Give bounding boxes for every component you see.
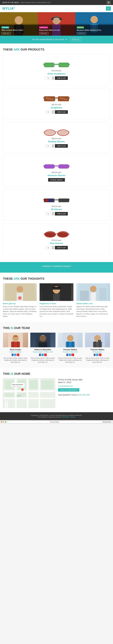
svg-point-63 (17, 286, 23, 292)
reading-glasses-price: $49.00 each (52, 138, 61, 140)
svg-rect-106 (30, 380, 38, 389)
nice-glasses-qty-up[interactable]: ▲ (52, 246, 54, 248)
sunglasses-add-to-cart[interactable]: Add to cart (55, 110, 68, 114)
team-section: THIS IS OUR TEAM Rose Austin Fashion & S… (0, 322, 113, 368)
green-sunglasses-qty-up[interactable]: ▲ (52, 76, 54, 78)
newsletter-bar: Get new content directly in your email! … (0, 36, 113, 44)
newsletter-signup-link[interactable]: ✉ Sign Up (70, 38, 81, 41)
sunglasses-qty-down[interactable]: ▼ (52, 112, 54, 114)
rebecca-twitter[interactable]: y (42, 354, 44, 356)
footer: Copyright © 2018 Wylia 2 Joomla Template… (0, 412, 113, 420)
thomas1-facebook[interactable]: f (66, 354, 68, 356)
svg-point-11 (59, 18, 62, 20)
thomas1-youtube[interactable]: ▶ (71, 354, 74, 356)
sports-overlay: SPORTS Become a Better Version of You Re… (75, 25, 113, 36)
3d-glasses-qty-down[interactable]: ▼ (52, 214, 54, 216)
3d-glasses-price: $39.00 each (52, 205, 61, 208)
svg-point-57 (45, 232, 55, 237)
svg-rect-108 (5, 393, 14, 396)
thought-happiness-text: Fusce elementum finibus scelerisque. Int… (40, 305, 73, 318)
thomas2-avatar (85, 333, 110, 347)
svg-rect-31 (69, 98, 70, 98)
footer-license-link[interactable]: GNU/GPL License (62, 416, 75, 418)
sports-read-more[interactable]: Read more (77, 32, 86, 34)
green-sunglasses-add-to-cart[interactable]: Add to cart (55, 76, 68, 80)
sunglasses-controls: ▲ ▼ Add to cart (45, 110, 68, 114)
nice-glasses-qty-down[interactable]: ▼ (52, 248, 54, 250)
thomas2-youtube[interactable]: ▶ (99, 354, 101, 356)
thoughts-title-prefix: THESE (3, 277, 14, 280)
green-sunglasses-price: $79.00 each (52, 70, 61, 72)
green-sunglasses-image (43, 60, 70, 70)
email-icon2: ✉ (58, 385, 60, 387)
hero-lifestyle: LIFESTYLE Enjoy Every Silence in Life Re… (38, 12, 75, 36)
svg-point-2 (15, 16, 23, 24)
3d-glasses-add-to-cart[interactable]: Add to cart (55, 212, 68, 216)
rebecca-name: Rebecca Beaudins (30, 348, 55, 351)
sports-title: Become a Better Version of You (77, 29, 111, 31)
green-sunglasses-qty-down[interactable]: ▼ (52, 78, 54, 80)
nice-glasses-qty[interactable] (45, 246, 51, 249)
cheaper-text: Looking for something cheaper? (42, 265, 71, 267)
rebecca-facebook[interactable]: f (39, 354, 41, 356)
home-address: PO Box 02-5339, Section 4856 Miami FL, 3… (58, 378, 110, 384)
awesome-glasses-choose-options[interactable]: Choose options (48, 178, 65, 182)
awesome-glasses-controls: Choose options (48, 178, 65, 182)
3d-glasses-spinners: ▲ ▼ (52, 212, 54, 216)
svg-rect-53 (55, 200, 58, 200)
reading-glasses-qty-down[interactable]: ▼ (52, 146, 54, 148)
svg-rect-29 (55, 98, 58, 98)
reading-glasses-add-to-cart[interactable]: Add to cart (55, 144, 68, 148)
fashion-read-more[interactable]: Read more (2, 32, 11, 34)
reading-glasses-qty[interactable] (45, 144, 51, 148)
svg-rect-85 (40, 336, 46, 343)
sunglasses-qty[interactable] (45, 110, 51, 114)
nice-glasses-image (43, 229, 70, 239)
3d-glasses-qty[interactable] (45, 212, 51, 215)
svg-rect-19 (44, 63, 54, 67)
thomas2-role: Photographer (85, 351, 110, 353)
sunglasses-image (43, 93, 70, 104)
follow-joomla-button[interactable]: Follow me @joomlahack (58, 388, 79, 392)
svg-rect-50 (49, 199, 53, 202)
svg-point-65 (18, 296, 22, 300)
thomas2-twitter[interactable]: y (96, 354, 98, 356)
reading-glasses-qty-up[interactable]: ▲ (52, 144, 54, 146)
thomas1-twitter[interactable]: y (69, 354, 71, 356)
3d-glasses-qty-up[interactable]: ▲ (52, 212, 54, 214)
home-title: THIS IS OUR HOME (3, 372, 110, 376)
svg-rect-54 (43, 200, 44, 200)
rose-youtube[interactable]: ▶ (17, 354, 19, 356)
rose-socials: f y ▶ (3, 354, 28, 356)
rebecca-youtube[interactable]: ▶ (44, 354, 47, 356)
svg-rect-69 (51, 288, 62, 290)
product-sunglasses: $59.00 each Sunglasses ▲ ▼ Add to cart (3, 88, 110, 119)
home-email-link[interactable]: joomlahack.com (60, 385, 73, 387)
nice-glasses-add-to-cart[interactable]: Add to cart (55, 246, 68, 250)
svg-point-10 (51, 18, 54, 20)
svg-rect-75 (80, 291, 89, 301)
rose-twitter[interactable]: y (14, 354, 16, 356)
header-menu-button[interactable]: ☰ (106, 6, 111, 10)
browser-status: BrowserSta... (103, 421, 112, 423)
svg-text:Empire State Building: Empire State Building (12, 384, 23, 385)
address-line1: PO Box 02-5339, Section 4856 (58, 378, 110, 381)
sunglasses-qty-up[interactable]: ▲ (52, 110, 54, 112)
thought-goals: Goals matter a lot Aliquam nec finibus m… (76, 283, 110, 318)
rose-facebook[interactable]: f (12, 354, 14, 356)
thought-never-give-up: Never give up Donec cursus volutpat null… (3, 283, 37, 318)
nice-glasses-name: Nice Glasses (50, 242, 63, 244)
phone-link[interactable]: (123) 456-7890 (78, 394, 90, 396)
team-member-thomas2: Thomas Walker Photographer f y ▶ Duis id… (85, 333, 110, 363)
svg-point-37 (58, 130, 68, 135)
lifestyle-read-more[interactable]: Read more (39, 32, 48, 34)
svg-rect-73 (90, 292, 96, 301)
home-email: ✉ joomlahack.com (58, 385, 110, 387)
green-sunglasses-qty[interactable] (45, 76, 51, 80)
svg-rect-21 (59, 63, 69, 67)
thomas2-facebook[interactable]: f (94, 354, 96, 356)
top-hamburger-button[interactable]: ☰ (106, 1, 111, 4)
rebecca-desc: Duis id viverra metus. Nulla ac quam fri… (30, 357, 55, 363)
thomas1-avatar (58, 333, 83, 347)
svg-rect-55 (69, 200, 70, 200)
